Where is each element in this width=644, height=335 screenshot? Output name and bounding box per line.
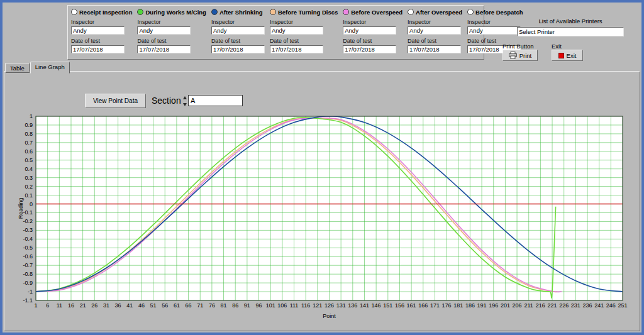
stage-label: After Overspeed: [416, 9, 462, 16]
svg-text:71: 71: [197, 302, 203, 309]
printer-icon: [509, 52, 517, 59]
svg-text:0.7: 0.7: [25, 140, 33, 146]
svg-text:146: 146: [372, 302, 381, 309]
svg-text:11: 11: [57, 302, 62, 309]
inspection-stage: After Overspeed Inspector Date of test: [404, 6, 464, 59]
svg-text:Point: Point: [323, 313, 336, 319]
stage-led-indicator[interactable]: [137, 9, 143, 15]
svg-text:76: 76: [209, 302, 215, 309]
svg-text:116: 116: [301, 302, 310, 309]
svg-text:91: 91: [244, 302, 250, 309]
svg-text:-1.1: -1.1: [23, 297, 33, 304]
spinner-down-icon[interactable]: [183, 103, 187, 106]
svg-text:176: 176: [442, 302, 452, 309]
stage-inspector-input[interactable]: [467, 26, 521, 35]
svg-text:6: 6: [46, 302, 49, 309]
stage-date-label: Date of test: [343, 38, 402, 44]
spinner-up-icon[interactable]: [183, 96, 187, 99]
printer-list-label: List of Available Printers: [517, 18, 624, 25]
stage-inspector-label: Inspector: [137, 19, 206, 25]
svg-text:141: 141: [360, 302, 369, 309]
svg-text:21: 21: [80, 302, 86, 309]
svg-text:221: 221: [548, 302, 557, 309]
svg-text:86: 86: [232, 302, 238, 309]
inspection-stages: Receipt Inspection Inspector Date of tes…: [68, 6, 525, 59]
print-button[interactable]: Print: [502, 50, 538, 61]
stage-label: Receipt Inspection: [79, 9, 132, 16]
svg-text:171: 171: [430, 302, 440, 309]
stage-date-label: Date of test: [211, 38, 265, 44]
print-button-label: Print Button: [502, 43, 534, 50]
exit-button-text: Exit: [567, 52, 577, 59]
svg-text:1: 1: [34, 302, 37, 309]
stage-inspector-input[interactable]: [137, 26, 191, 35]
svg-text:-0.5: -0.5: [23, 244, 33, 251]
stage-date-label: Date of test: [408, 38, 462, 44]
svg-text:196: 196: [489, 302, 498, 309]
svg-text:201: 201: [501, 302, 510, 309]
svg-text:-0.2: -0.2: [23, 218, 33, 224]
svg-text:0.5: 0.5: [25, 157, 33, 163]
svg-text:166: 166: [418, 302, 428, 309]
svg-text:36: 36: [115, 302, 121, 309]
tab-table[interactable]: Table: [5, 63, 30, 73]
section-spinner[interactable]: [182, 96, 187, 106]
svg-text:31: 31: [103, 302, 109, 309]
stage-led-indicator[interactable]: [211, 9, 218, 15]
svg-text:136: 136: [348, 302, 357, 309]
stage-date-input[interactable]: [408, 45, 461, 53]
stage-label: Before Turning Discs: [278, 9, 338, 16]
svg-text:-0.8: -0.8: [23, 271, 33, 277]
inspection-panel: Receipt Inspection Inspector Date of tes…: [67, 5, 484, 60]
svg-text:-0.3: -0.3: [23, 227, 33, 233]
stage-led-indicator[interactable]: [71, 9, 77, 15]
section-label: Section: [152, 96, 181, 106]
svg-text:0.8: 0.8: [25, 131, 33, 137]
printer-select[interactable]: [517, 27, 624, 36]
svg-text:211: 211: [525, 302, 533, 309]
tab-line-graph[interactable]: Line Graph: [30, 62, 70, 74]
svg-text:251: 251: [618, 302, 627, 309]
print-button-text: Print: [519, 52, 532, 59]
stage-inspector-input[interactable]: [211, 26, 265, 35]
svg-text:56: 56: [162, 302, 168, 309]
svg-text:51: 51: [150, 302, 157, 309]
stage-date-input[interactable]: [211, 45, 265, 53]
stage-inspector-input[interactable]: [408, 26, 461, 35]
stage-label: During Works M/Cing: [145, 9, 206, 16]
stage-led-indicator[interactable]: [270, 9, 276, 15]
svg-text:26: 26: [91, 302, 97, 309]
view-point-data-button[interactable]: View Point Data: [85, 94, 146, 108]
exit-button[interactable]: Exit: [552, 50, 583, 61]
svg-text:61: 61: [174, 302, 180, 309]
stage-inspector-input[interactable]: [270, 26, 323, 35]
svg-text:-0.6: -0.6: [23, 253, 33, 260]
svg-text:-0.9: -0.9: [23, 280, 33, 286]
stage-date-label: Date of test: [71, 38, 132, 44]
stage-date-input[interactable]: [343, 45, 396, 53]
stage-led-indicator[interactable]: [408, 9, 414, 15]
stage-inspector-label: Inspector: [343, 19, 402, 25]
stage-date-input[interactable]: [71, 45, 125, 53]
svg-text:41: 41: [126, 302, 133, 309]
section-input[interactable]: [188, 95, 243, 106]
svg-text:0.3: 0.3: [25, 175, 33, 181]
svg-text:Reading: Reading: [18, 198, 24, 219]
svg-text:1: 1: [30, 113, 33, 119]
stage-inspector-label: Inspector: [408, 19, 462, 25]
stage-label: Before Despatch: [475, 9, 523, 16]
line-graph-svg: 1611162126313641465156616671768186919610…: [15, 112, 629, 329]
stage-label: After Shrinking: [219, 9, 263, 16]
svg-text:181: 181: [453, 302, 463, 309]
stage-led-indicator[interactable]: [467, 9, 474, 15]
stage-led-indicator[interactable]: [343, 9, 349, 15]
svg-text:81: 81: [221, 302, 227, 309]
stage-date-input[interactable]: [270, 45, 323, 53]
stage-inspector-input[interactable]: [71, 26, 125, 35]
stage-inspector-input[interactable]: [343, 26, 396, 35]
svg-text:241: 241: [594, 302, 604, 309]
stage-date-input[interactable]: [137, 45, 191, 53]
tab-bar: Table Line Graph: [5, 62, 70, 73]
svg-text:111: 111: [290, 302, 299, 309]
stage-date-label: Date of test: [270, 38, 338, 44]
